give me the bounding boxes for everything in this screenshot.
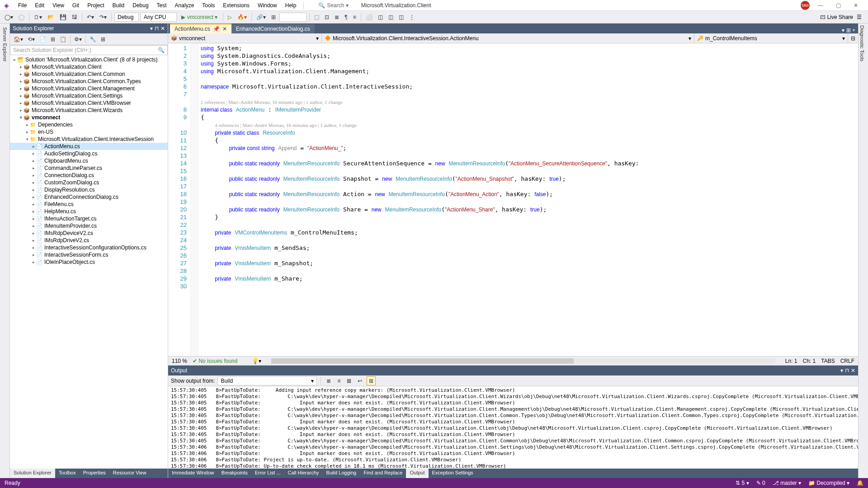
- se-icon-4[interactable]: ⊞: [49, 35, 57, 43]
- menu-tools[interactable]: Tools: [198, 0, 218, 10]
- avatar[interactable]: MM: [801, 1, 810, 10]
- nav-back-button[interactable]: ◯▾: [3, 13, 15, 21]
- output-tab[interactable]: Immediate Window: [168, 469, 218, 478]
- hot-reload-icon[interactable]: 🔥▾: [236, 13, 249, 21]
- split-icon[interactable]: ⊟: [848, 33, 858, 43]
- lightbulb-icon[interactable]: 💡▾: [252, 358, 261, 364]
- panel-close-icon[interactable]: ✕: [160, 25, 165, 32]
- tb-icon-6[interactable]: ≡: [351, 13, 358, 21]
- tree-item[interactable]: ▾📁Microsoft.Virtualization.Client.Intera…: [10, 136, 168, 143]
- out-icon-2[interactable]: ≡: [335, 377, 342, 385]
- maximize-button[interactable]: ▢: [831, 0, 845, 10]
- find-dropdown[interactable]: [279, 13, 307, 22]
- tb-icon-5[interactable]: ¶: [343, 13, 349, 21]
- out-options-icon[interactable]: ▾: [840, 367, 843, 374]
- explorer-tree[interactable]: ▸🗂️Solution 'Microsoft.Virtualization.Cl…: [10, 55, 168, 469]
- menu-project[interactable]: Project: [84, 0, 108, 10]
- panel-tab[interactable]: Toolbox: [55, 469, 80, 478]
- tree-item[interactable]: ▸📄AudioSettingDialog.cs: [10, 150, 168, 157]
- tree-item[interactable]: ▸📄IOleInPlaceObject.cs: [10, 258, 168, 266]
- tree-item[interactable]: ▸📄CustomZoomDialog.cs: [10, 179, 168, 186]
- tree-item[interactable]: ▸📄ConnectionDialog.cs: [10, 172, 168, 179]
- se-icon-8[interactable]: ⊞: [99, 35, 107, 43]
- se-wrench-icon[interactable]: 🔧: [88, 35, 98, 43]
- tb-icon-8[interactable]: ◫: [387, 13, 395, 21]
- output-tab[interactable]: Error List ...: [251, 469, 284, 478]
- tree-item[interactable]: ▸📦Microsoft.Virtualization.Client.Common…: [10, 78, 168, 85]
- tree-item[interactable]: ▾📦vmconnect: [10, 114, 168, 121]
- tree-item[interactable]: ▸📄DisplayResolution.cs: [10, 186, 168, 193]
- redo-icon[interactable]: ↷▾: [98, 13, 108, 21]
- status-repo[interactable]: 📁 Decompiled ▾: [808, 480, 849, 486]
- close-button[interactable]: ✕: [849, 0, 863, 10]
- output-source-dropdown[interactable]: Build▾: [217, 376, 317, 385]
- out-close-icon[interactable]: ✕: [851, 367, 855, 374]
- search-box[interactable]: 🔍 Search ▾: [315, 1, 352, 9]
- undo-icon[interactable]: ↶▾: [85, 13, 96, 21]
- tree-item[interactable]: ▸📦Microsoft.Virtualization.Client.Settin…: [10, 92, 168, 99]
- tree-item[interactable]: ▸📁en-US: [10, 128, 168, 136]
- output-tab[interactable]: Call Hierarchy: [284, 469, 322, 478]
- ln-indicator[interactable]: Ln: 1: [785, 358, 797, 364]
- tree-item[interactable]: ▸📁Dependencies: [10, 121, 168, 128]
- output-content[interactable]: 15:57:30:405 8>FastUpToDate: Adding inpu…: [168, 386, 858, 469]
- output-tab[interactable]: Output: [406, 469, 428, 478]
- close-tab-icon[interactable]: ✕: [222, 26, 227, 32]
- crlf-indicator[interactable]: CRLF: [840, 358, 854, 364]
- diagnostic-tools-tab[interactable]: Diagnostic Tools: [859, 23, 866, 63]
- tree-item[interactable]: ▸📄FileMenu.cs: [10, 201, 168, 208]
- menu-build[interactable]: Build: [109, 0, 128, 10]
- tree-item[interactable]: ▸📄ActionMenu.cs: [10, 143, 168, 150]
- server-explorer-tab[interactable]: Server Explorer: [1, 25, 9, 63]
- open-icon[interactable]: 📂: [46, 13, 56, 21]
- output-tab[interactable]: Breakpoints: [218, 469, 251, 478]
- status-changes[interactable]: ✎ 0: [756, 480, 765, 486]
- output-tab[interactable]: Find and Replace: [360, 469, 406, 478]
- issues-icon[interactable]: ✔ No issues found: [193, 358, 237, 364]
- output-tab[interactable]: Build Logging: [323, 469, 360, 478]
- nav-type[interactable]: 🔶 Microsoft.Virtualization.Client.Intera…: [322, 33, 694, 43]
- status-sync[interactable]: ⇅ 5 ▾: [736, 480, 749, 486]
- code-editor[interactable]: 1234567891011121314151617181920212223242…: [168, 43, 858, 356]
- tree-item[interactable]: ▸📦Microsoft.Virtualization.Client.Common: [10, 70, 168, 78]
- se-icon-3[interactable]: 📄: [38, 35, 48, 43]
- menu-extensions[interactable]: Extensions: [219, 0, 253, 10]
- menu-window[interactable]: Window: [254, 0, 281, 10]
- out-clear-icon[interactable]: ⊞: [367, 376, 376, 385]
- tb-icon-3[interactable]: ⊡: [323, 13, 331, 21]
- tree-item[interactable]: ▸📄InteractiveSessionForm.cs: [10, 251, 168, 258]
- se-home-icon[interactable]: 🏠▾: [12, 35, 25, 43]
- tb-icon-2[interactable]: ⬚: [312, 13, 321, 21]
- code-lines[interactable]: using System;using System.Diagnostics.Co…: [199, 43, 858, 356]
- tree-item[interactable]: ▸📄IMenuItemProvider.cs: [10, 222, 168, 230]
- tb-icon-7[interactable]: ◫: [376, 13, 385, 21]
- tree-item[interactable]: ▸📄CommandLineParser.cs: [10, 164, 168, 172]
- tree-item[interactable]: ▸🗂️Solution 'Microsoft.Virtualization.Cl…: [10, 56, 168, 63]
- se-icon-6[interactable]: ⚙▾: [72, 35, 84, 43]
- panel-tab[interactable]: Properties: [80, 469, 109, 478]
- save-icon[interactable]: 💾: [58, 13, 68, 21]
- menu-test[interactable]: Test: [153, 0, 170, 10]
- tree-item[interactable]: ▸📄IMsRdpDriveV2.cs: [10, 237, 168, 244]
- ch-indicator[interactable]: Ch: 1: [803, 358, 816, 364]
- status-branch[interactable]: ⎇ master ▾: [773, 480, 801, 486]
- nav-member[interactable]: 🔑 m_ControlMenuItems▾: [694, 33, 848, 43]
- nav-fwd-button[interactable]: ◯: [17, 13, 26, 21]
- tree-item[interactable]: ▸📄ClipboardMenu.cs: [10, 157, 168, 164]
- menu-git[interactable]: Git: [69, 0, 83, 10]
- tabs-indicator[interactable]: TABS: [821, 358, 835, 364]
- menu-help[interactable]: Help: [282, 0, 300, 10]
- panel-options-icon[interactable]: ▾: [150, 25, 153, 32]
- config-dropdown[interactable]: Debug: [114, 13, 139, 22]
- bookmark-icon[interactable]: ⬜: [364, 13, 374, 21]
- tree-item[interactable]: ▸📦Microsoft.Virtualization.Client: [10, 63, 168, 70]
- zoom-level[interactable]: 110 %: [172, 358, 187, 364]
- out-wrap-icon[interactable]: ↩: [356, 377, 364, 385]
- browser-link-icon[interactable]: 🔗▾: [255, 13, 268, 21]
- start-button[interactable]: ▶ vmconnect ▾: [179, 13, 220, 21]
- hscroll[interactable]: [271, 358, 775, 364]
- tb-icon-1[interactable]: ⊞: [269, 13, 278, 21]
- menu-file[interactable]: File: [14, 0, 30, 10]
- tb-icon-10[interactable]: ⋮: [407, 13, 416, 21]
- output-tab[interactable]: Exception Settings: [429, 469, 477, 478]
